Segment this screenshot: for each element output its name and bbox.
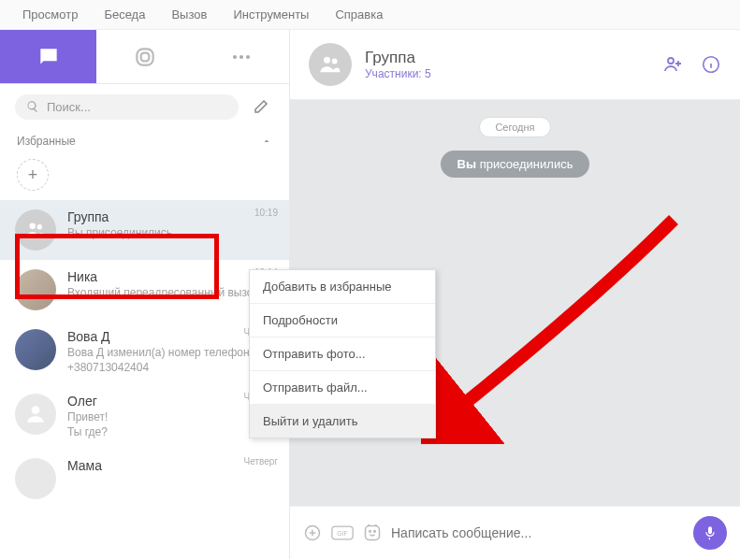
menu-send-photo[interactable]: Отправить фото... xyxy=(250,337,435,371)
date-pill: Сегодня xyxy=(479,117,550,137)
search-input[interactable]: Поиск... xyxy=(15,94,239,120)
sticker-icon[interactable] xyxy=(363,524,382,542)
chat-item[interactable]: Ника Входящий переадресованный вызов 10:… xyxy=(0,260,289,320)
menu-tools[interactable]: Инструменты xyxy=(233,7,309,22)
group-icon xyxy=(23,218,48,242)
chat-name: Группа xyxy=(67,209,274,224)
svg-point-6 xyxy=(332,59,338,65)
chat-item[interactable]: Олег Привет! Ты где? Четверг xyxy=(0,384,289,449)
tab-public[interactable] xyxy=(96,30,193,83)
svg-rect-0 xyxy=(137,49,152,65)
menubar: Просмотр Беседа Вызов Инструменты Справк… xyxy=(0,0,740,30)
svg-point-3 xyxy=(37,224,42,229)
chat-header: Группа Участники: 5 xyxy=(290,30,740,100)
status-pill: Вы присоединились xyxy=(441,151,590,178)
menu-send-file[interactable]: Отправить файл... xyxy=(250,371,435,405)
person-icon xyxy=(23,402,48,426)
menu-call[interactable]: Вызов xyxy=(171,7,207,22)
menu-view[interactable]: Просмотр xyxy=(22,7,78,22)
favorites-header[interactable]: Избранные xyxy=(0,129,289,153)
chevron-up-icon xyxy=(261,136,272,147)
menu-details[interactable]: Подробности xyxy=(250,304,435,337)
sidebar: Поиск... Избранные + Группа Вы присоедин… xyxy=(0,30,290,559)
search-icon xyxy=(26,100,39,113)
message-input[interactable] xyxy=(391,525,684,540)
add-favorite-button[interactable]: + xyxy=(17,159,49,191)
menu-leave-delete[interactable]: Выйти и удалить xyxy=(250,405,435,438)
svg-point-12 xyxy=(370,531,371,533)
tab-more[interactable] xyxy=(193,30,289,83)
chat-item[interactable]: Мама Четверг xyxy=(0,449,289,509)
mic-button[interactable] xyxy=(693,516,727,550)
chat-icon xyxy=(36,45,61,69)
svg-text:GIF: GIF xyxy=(337,530,347,537)
chat-preview: Привет! Ты где? xyxy=(67,410,274,439)
svg-point-13 xyxy=(374,531,376,533)
svg-rect-1 xyxy=(140,52,149,61)
chat-name: Ника xyxy=(67,269,274,284)
svg-point-4 xyxy=(32,407,40,415)
more-icon xyxy=(233,55,250,59)
header-avatar xyxy=(309,43,352,86)
chat-subtitle[interactable]: Участники: 5 xyxy=(365,67,431,80)
rounded-square-icon xyxy=(133,45,157,69)
chat-list: Группа Вы присоединились 10:19 Ника Вход… xyxy=(0,200,289,559)
menu-chat[interactable]: Беседа xyxy=(104,7,145,22)
chat-title: Группа xyxy=(365,49,431,67)
gif-icon[interactable]: GIF xyxy=(331,524,354,541)
menu-help[interactable]: Справка xyxy=(335,7,383,22)
compose-button[interactable] xyxy=(248,93,274,120)
context-menu: Добавить в избранные Подробности Отправи… xyxy=(249,269,436,438)
avatar xyxy=(15,269,56,310)
sidebar-tabs xyxy=(0,30,289,84)
chat-item-group[interactable]: Группа Вы присоединились 10:19 xyxy=(0,200,289,260)
menu-add-favorite[interactable]: Добавить в избранные xyxy=(250,270,435,304)
group-icon xyxy=(317,51,343,78)
compose-icon xyxy=(253,98,269,115)
mic-icon xyxy=(703,525,718,540)
tab-chats[interactable] xyxy=(0,30,96,83)
add-person-icon[interactable] xyxy=(661,53,684,76)
chat-time: Четверг xyxy=(244,456,278,467)
composer: GIF xyxy=(290,506,740,559)
avatar xyxy=(15,329,56,370)
search-placeholder: Поиск... xyxy=(47,100,91,114)
svg-point-2 xyxy=(30,223,36,229)
favorites-label: Избранные xyxy=(17,135,76,148)
avatar xyxy=(15,394,56,435)
plus-icon[interactable] xyxy=(303,524,322,542)
chat-time: 10:19 xyxy=(254,208,278,218)
chat-preview: Входящий переадресованный вызов xyxy=(67,286,274,301)
chat-preview: Вы присоединились xyxy=(67,226,274,241)
info-icon[interactable] xyxy=(701,54,721,75)
avatar xyxy=(15,458,56,499)
svg-point-7 xyxy=(668,58,674,64)
svg-point-5 xyxy=(324,57,330,64)
chat-preview: Вова Д изменил(а) номер телефона на +380… xyxy=(67,346,274,375)
avatar xyxy=(15,209,56,251)
chat-item[interactable]: Вова Д Вова Д изменил(а) номер телефона … xyxy=(0,320,289,384)
